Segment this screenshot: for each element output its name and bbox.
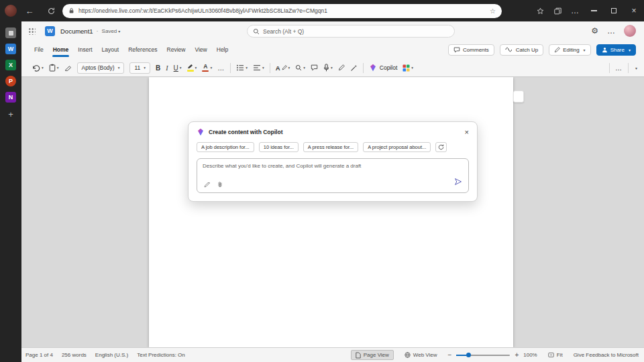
feedback-link[interactable]: Give Feedback to Microsoft	[574, 352, 639, 358]
tab-home[interactable]: Home	[48, 40, 74, 59]
alignment-button[interactable]: ▾	[253, 64, 264, 71]
add-ins-button[interactable]: ▾	[402, 64, 413, 72]
address-bar[interactable]: ☆	[62, 4, 502, 18]
sidebar-item-excel[interactable]: X	[5, 60, 16, 70]
m365-app-icon	[9, 31, 13, 36]
browser-profile-avatar[interactable]	[5, 5, 17, 17]
tab-insert[interactable]: Insert	[73, 40, 97, 59]
tab-review[interactable]: Review	[162, 40, 191, 59]
plus-icon: +	[8, 109, 13, 119]
document-page[interactable]	[149, 77, 513, 347]
attach-paperclip-icon[interactable]	[217, 181, 223, 188]
refresh-button[interactable]	[42, 2, 60, 19]
chip-press-release[interactable]: A press release for...	[303, 142, 358, 152]
copilot-prompt-input[interactable]	[203, 163, 449, 180]
auto-format-button[interactable]	[350, 64, 358, 72]
dictate-button[interactable]: ▾	[323, 64, 333, 72]
tab-help[interactable]: Help	[212, 40, 233, 59]
collections-button[interactable]	[549, 2, 566, 19]
underline-button[interactable]: U ▾	[174, 64, 182, 72]
zoom-control: − + 100%	[448, 351, 537, 359]
url-input[interactable]	[78, 7, 486, 14]
language-status[interactable]: English (U.S.)	[95, 352, 128, 358]
page-view-button[interactable]: Page View	[351, 350, 394, 360]
add-app-button[interactable]: +	[8, 109, 13, 119]
zoom-out-button[interactable]: −	[448, 351, 452, 359]
sidebar-item-powerpoint[interactable]: P	[5, 76, 16, 86]
user-avatar[interactable]	[624, 25, 636, 37]
lock-icon	[68, 7, 74, 14]
ribbon-collapse-button[interactable]: ▾	[635, 66, 637, 70]
font-overflow-button[interactable]: …	[217, 64, 225, 72]
format-painter-button[interactable]	[64, 64, 72, 72]
chevron-down-icon: ▾	[584, 48, 586, 52]
minimize-button[interactable]	[584, 0, 604, 21]
rewrite-pen-icon[interactable]	[203, 181, 211, 188]
font-name-select[interactable]: Aptos (Body) ▾	[77, 62, 125, 74]
copilot-button[interactable]: Copilot	[369, 64, 397, 72]
pen-icon	[554, 47, 560, 53]
page-side-button[interactable]	[513, 90, 524, 103]
zoom-slider-fill	[456, 355, 466, 356]
chip-project-proposal[interactable]: A project proposal about...	[363, 142, 431, 152]
copilot-dialog-header: Create content with Copilot ×	[197, 128, 469, 136]
ribbon-overflow-button[interactable]: …	[615, 64, 623, 72]
comments-button[interactable]: Comments	[448, 44, 494, 56]
font-color-button[interactable]: A ▾	[202, 64, 212, 72]
send-prompt-button[interactable]	[454, 176, 462, 188]
settings-gear-icon[interactable]: ⚙	[591, 26, 598, 36]
zoom-in-button[interactable]: +	[515, 351, 519, 359]
search-box[interactable]	[247, 25, 455, 38]
tab-references[interactable]: References	[123, 40, 162, 59]
comments-label: Comments	[463, 47, 489, 53]
chip-ideas[interactable]: 10 ideas for...	[259, 142, 299, 152]
italic-button[interactable]: I	[166, 64, 168, 72]
sidebar-item-m365[interactable]	[5, 27, 16, 38]
bookmark-star-icon[interactable]: ☆	[490, 7, 496, 15]
new-comment-button[interactable]	[311, 64, 318, 71]
fit-button[interactable]: Fit	[544, 350, 567, 360]
highlight-color-button[interactable]: ▾	[187, 64, 197, 72]
close-dialog-button[interactable]: ×	[465, 129, 469, 136]
text-predictions-status[interactable]: Text Predictions: On	[137, 352, 185, 358]
ribbon-menubar: File Home Insert Layout References Revie…	[21, 40, 644, 59]
save-status[interactable]: Saved	[102, 28, 117, 34]
header-more-button[interactable]: …	[607, 26, 615, 36]
sidebar-item-word[interactable]: W	[5, 44, 16, 54]
web-view-button[interactable]: Web View	[400, 350, 441, 360]
page-count[interactable]: Page 1 of 4	[25, 352, 53, 358]
chevron-down-icon: ▾	[303, 66, 305, 70]
paste-button[interactable]: ▾	[49, 64, 59, 72]
app-launcher-waffle-icon[interactable]	[28, 27, 36, 35]
tab-layout[interactable]: Layout	[97, 40, 124, 59]
refresh-suggestions-button[interactable]	[435, 142, 447, 152]
document-title[interactable]: Document1	[60, 27, 93, 35]
bullet-list-button[interactable]: ▾	[236, 64, 248, 71]
chip-job-description[interactable]: A job description for...	[197, 142, 254, 152]
zoom-slider[interactable]	[456, 355, 510, 356]
editor-button[interactable]	[338, 64, 345, 71]
undo-button[interactable]: ▾	[32, 64, 44, 72]
favorites-button[interactable]	[531, 2, 549, 19]
search-input[interactable]	[263, 28, 449, 35]
browser-more-button[interactable]: …	[566, 2, 584, 19]
word-count[interactable]: 256 words	[62, 352, 87, 358]
close-window-button[interactable]: ×	[624, 0, 644, 21]
maximize-button[interactable]	[604, 0, 624, 21]
share-button[interactable]: Share ▾	[596, 44, 636, 56]
microphone-icon	[323, 64, 329, 72]
editing-mode-button[interactable]: Editing ▾	[549, 44, 590, 56]
zoom-slider-thumb[interactable]	[466, 353, 471, 357]
zoom-level[interactable]: 100%	[523, 352, 537, 358]
font-size-select[interactable]: 11 ▾	[129, 62, 150, 74]
tab-file[interactable]: File	[30, 40, 48, 59]
tab-view[interactable]: View	[190, 40, 211, 59]
styles-button[interactable]: A ▾	[276, 64, 290, 72]
copilot-prompt-box[interactable]	[197, 158, 469, 193]
sidebar-item-onenote[interactable]: N	[5, 92, 16, 103]
find-button[interactable]: ▾	[295, 64, 305, 71]
back-button[interactable]: ←	[21, 2, 38, 19]
bold-button[interactable]: B	[156, 64, 160, 72]
catch-up-button[interactable]: Catch Up	[500, 44, 543, 56]
word-logo-icon[interactable]: W	[45, 26, 55, 36]
